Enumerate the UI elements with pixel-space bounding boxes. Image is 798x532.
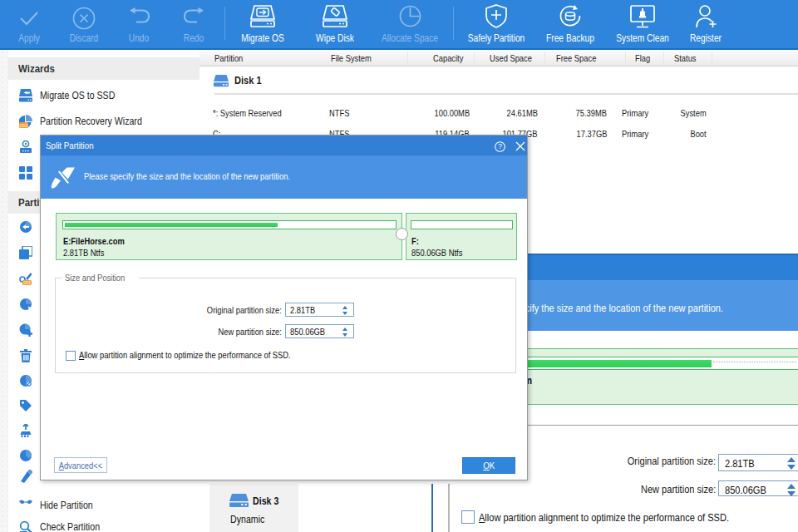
svg-text:?: ? (498, 142, 502, 150)
svg-text:033: 033 (23, 280, 31, 285)
svg-text:033: 033 (20, 123, 27, 128)
